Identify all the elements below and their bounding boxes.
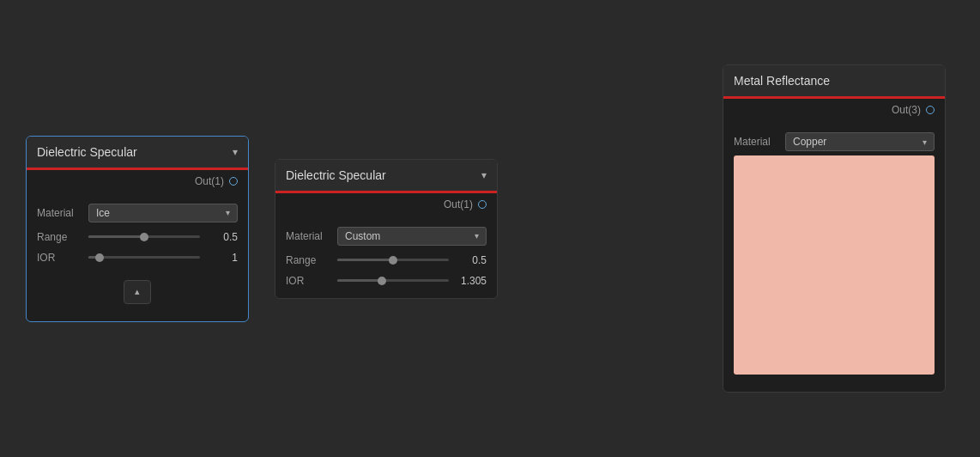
ior-label-2: IOR xyxy=(286,275,330,287)
dropdown-arrow-1: ▾ xyxy=(226,208,230,217)
range-thumb-1[interactable] xyxy=(140,233,148,241)
ior-slider-2[interactable] xyxy=(337,275,449,287)
ior-label-1: IOR xyxy=(37,252,82,264)
node-header-2: Dielectric Specular ▾ xyxy=(275,160,497,193)
metal-material-row: Material Copper ▾ xyxy=(723,128,945,155)
ior-thumb-1[interactable] xyxy=(95,253,104,262)
metal-header: Metal Reflectance xyxy=(723,65,945,99)
output-label-2: Out(1) xyxy=(444,198,473,210)
material-row-2: Material Custom ▾ xyxy=(275,222,497,250)
ior-value-1: 1 xyxy=(207,252,238,264)
range-slider-2[interactable] xyxy=(337,254,449,266)
ior-fill-2 xyxy=(337,279,382,282)
range-row-2: Range 0.5 xyxy=(275,250,497,271)
expand-button-1[interactable]: ▴ xyxy=(124,280,151,304)
material-value-2: Custom xyxy=(345,230,380,242)
node-body-2: Material Custom ▾ Range 0.5 IOR xyxy=(275,216,497,298)
node-header-1: Dielectric Specular ▾ xyxy=(27,137,248,170)
output-label-1: Out(1) xyxy=(195,175,224,187)
range-slider-1[interactable] xyxy=(88,231,200,243)
range-label-1: Range xyxy=(37,231,82,243)
ior-slider-1[interactable] xyxy=(88,252,200,264)
metal-material-dropdown[interactable]: Copper ▾ xyxy=(785,132,935,151)
range-track-1 xyxy=(88,235,200,238)
metal-dropdown-arrow: ▾ xyxy=(923,137,927,147)
node-title-1: Dielectric Specular xyxy=(37,145,137,159)
chevron-down-icon-2[interactable]: ▾ xyxy=(481,169,487,181)
output-row-1: Out(1) xyxy=(27,170,248,192)
material-label-2: Material xyxy=(286,230,330,242)
material-dropdown-1[interactable]: Ice ▾ xyxy=(88,204,238,222)
output-connector-2[interactable] xyxy=(478,200,487,209)
ior-row-1: IOR 1 xyxy=(27,247,248,268)
metal-title: Metal Reflectance xyxy=(734,74,830,88)
dropdown-arrow-2: ▾ xyxy=(475,231,479,241)
output-row-2: Out(1) xyxy=(275,193,497,216)
material-row-1: Material Ice ▾ xyxy=(27,199,248,227)
range-fill-2 xyxy=(337,259,393,261)
dielectric-specular-card-1: Dielectric Specular ▾ Out(1) Material Ic… xyxy=(26,136,249,322)
metal-reflectance-card: Metal Reflectance Out(3) Material Copper… xyxy=(723,64,946,393)
dielectric-specular-card-2: Dielectric Specular ▾ Out(1) Material Cu… xyxy=(275,159,498,299)
metal-output-label: Out(3) xyxy=(892,104,921,116)
range-value-1: 0.5 xyxy=(207,231,238,243)
metal-material-label: Material xyxy=(734,136,778,148)
node-body-1: Material Ice ▾ Range 0.5 IOR xyxy=(27,192,248,321)
chevron-down-icon[interactable]: ▾ xyxy=(233,146,238,158)
range-fill-1 xyxy=(88,235,144,238)
ior-track-2 xyxy=(337,279,449,282)
metal-output-connector[interactable] xyxy=(926,106,935,114)
copper-color-swatch xyxy=(734,155,935,375)
range-value-2: 0.5 xyxy=(456,254,487,266)
range-track-2 xyxy=(337,259,449,261)
metal-material-value: Copper xyxy=(793,136,826,148)
metal-output-row: Out(3) xyxy=(723,99,945,121)
range-row-1: Range 0.5 xyxy=(27,227,248,247)
material-value-1: Ice xyxy=(96,207,110,219)
ior-row-2: IOR 1.305 xyxy=(275,271,497,291)
ior-value-2: 1.305 xyxy=(456,275,487,287)
material-label-1: Material xyxy=(37,207,82,219)
range-label-2: Range xyxy=(286,254,330,266)
node-title-2: Dielectric Specular xyxy=(286,168,386,182)
metal-body: Material Copper ▾ xyxy=(723,121,945,392)
ior-thumb-2[interactable] xyxy=(378,277,386,285)
output-connector-1[interactable] xyxy=(229,177,238,186)
material-dropdown-2[interactable]: Custom ▾ xyxy=(337,227,487,246)
ior-track-1 xyxy=(88,256,200,259)
range-thumb-2[interactable] xyxy=(389,256,397,265)
